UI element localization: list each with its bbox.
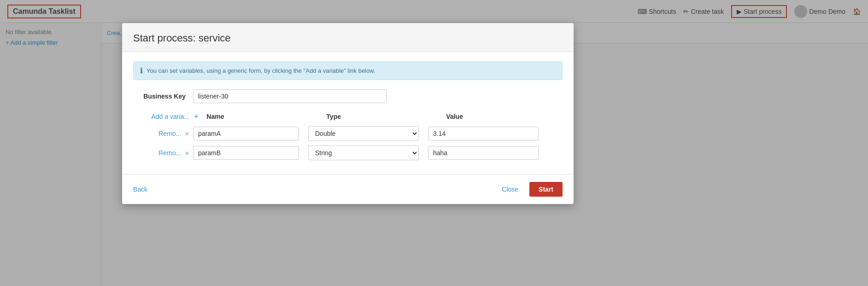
variable-2-name-input[interactable] [193, 146, 299, 160]
footer-right: Close Start [496, 182, 563, 197]
variable-1-name-input[interactable] [193, 127, 299, 140]
modal-body: ℹ You can set variables, using a generic… [122, 52, 574, 174]
col-header-name: Name [206, 113, 317, 120]
variable-1-value-input[interactable] [428, 127, 539, 140]
back-button[interactable]: Back [133, 183, 147, 196]
modal-footer: Back Close Start [122, 174, 574, 204]
remove-variable-1-link[interactable]: Remo... ✕ [133, 130, 193, 137]
start-button[interactable]: Start [529, 182, 563, 197]
variable-2-value-input[interactable] [428, 146, 539, 160]
variables-section: Add a varia... + Name Type Value Remo...… [133, 112, 563, 160]
variable-1-type-select[interactable]: Boolean Double Integer Long Short String [308, 126, 419, 141]
col-header-value: Value [446, 113, 557, 120]
info-icon: ℹ [140, 66, 143, 75]
add-variable-link[interactable]: Add a varia... [133, 113, 193, 120]
variable-row: Remo... ✕ Boolean Double Integer Long Sh… [133, 126, 563, 141]
start-process-modal: Start process: service ℹ You can set var… [122, 23, 574, 204]
modal-header: Start process: service [122, 23, 574, 52]
info-box: ℹ You can set variables, using a generic… [133, 61, 563, 80]
col-header-type: Type [326, 113, 437, 120]
variable-2-type-select[interactable]: Boolean Double Integer Long Short String [308, 146, 419, 160]
remove-variable-2-x[interactable]: ✕ [185, 150, 189, 157]
remove-variable-1-x[interactable]: ✕ [185, 131, 189, 137]
business-key-input[interactable] [193, 89, 387, 103]
info-text: You can set variables, using a generic f… [147, 67, 375, 74]
modal-title: Start process: service [133, 32, 563, 44]
variables-header: Add a varia... + Name Type Value [133, 112, 563, 121]
remove-variable-2-link[interactable]: Remo... ✕ [133, 149, 193, 157]
add-variable-plus-icon[interactable]: + [194, 112, 198, 121]
variable-row: Remo... ✕ Boolean Double Integer Long Sh… [133, 146, 563, 160]
close-button[interactable]: Close [496, 183, 524, 196]
business-key-label: Business Key [133, 93, 193, 100]
business-key-group: Business Key [133, 89, 563, 103]
